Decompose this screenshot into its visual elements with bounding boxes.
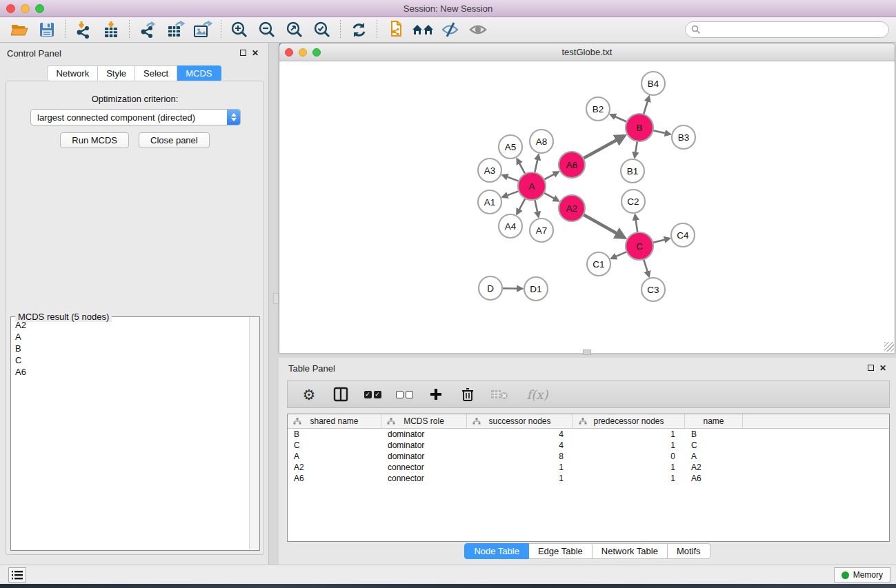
graph-edge-B-B2[interactable] <box>610 114 627 122</box>
table-row[interactable]: Bdominator41B <box>288 429 889 440</box>
graph-node-C3[interactable]: C3 <box>641 278 665 301</box>
splitter-handle[interactable] <box>273 293 279 304</box>
column-header-successor-nodes[interactable]: successor nodes <box>467 414 573 428</box>
graph-node-A4[interactable]: A4 <box>499 214 522 238</box>
float-table-panel-icon[interactable] <box>864 363 877 373</box>
graph-node-D[interactable]: D <box>479 276 502 300</box>
search-input[interactable] <box>701 23 888 37</box>
zoom-selected-button[interactable] <box>308 19 336 40</box>
tab-network-table[interactable]: Network Table <box>593 543 668 559</box>
graph-node-A8[interactable]: A8 <box>530 130 553 153</box>
graph-edge-A-A4[interactable] <box>517 199 525 214</box>
run-mcds-button[interactable]: Run MCDS <box>60 132 129 148</box>
graph-edge-A-A1[interactable] <box>503 191 519 197</box>
tab-motifs[interactable]: Motifs <box>668 543 710 559</box>
graph-edge-C-C3[interactable] <box>644 259 649 276</box>
memory-button[interactable]: Memory <box>834 567 890 582</box>
graph-edge-C-C4[interactable] <box>653 239 669 243</box>
table-row[interactable]: Adominator80A <box>288 451 889 462</box>
tab-style[interactable]: Style <box>98 65 135 81</box>
open-file-button[interactable] <box>6 19 33 40</box>
table-row[interactable]: A2connector11A2 <box>288 462 889 473</box>
export-image-button[interactable] <box>189 19 217 40</box>
tab-node-table[interactable]: Node Table <box>464 543 529 559</box>
graph-edge-B-B3[interactable] <box>653 130 670 134</box>
refresh-button[interactable] <box>345 19 372 40</box>
function-builder-button[interactable]: f(x) <box>521 384 554 405</box>
graph-node-A7[interactable]: A7 <box>530 219 553 242</box>
graph-node-B2[interactable]: B2 <box>586 97 610 121</box>
column-header-mcds-role[interactable]: MCDS role <box>381 414 467 428</box>
import-table-button[interactable] <box>97 19 125 40</box>
graph-node-A2[interactable]: A2 <box>559 195 585 221</box>
delete-table-button[interactable] <box>489 384 510 405</box>
zoom-fit-button[interactable] <box>281 19 308 40</box>
deselect-all-button[interactable] <box>394 384 415 405</box>
zoom-out-button[interactable] <box>253 19 281 40</box>
graph-node-B[interactable]: B <box>626 114 653 141</box>
graph-edge-A-A7[interactable] <box>535 200 538 217</box>
optimization-criterion-select[interactable]: largest connected component (directed) <box>30 109 241 125</box>
close-table-panel-icon[interactable]: ✕ <box>877 363 889 373</box>
tab-network[interactable]: Network <box>47 65 98 81</box>
import-network-button[interactable] <box>70 19 97 40</box>
export-network-button[interactable] <box>134 19 161 40</box>
graph-edge-A6-B[interactable] <box>584 136 625 159</box>
table-row[interactable]: Cdominator41C <box>288 440 889 451</box>
graph-edge-B-B4[interactable] <box>644 97 649 114</box>
graph-edge-A-A6[interactable] <box>544 172 559 179</box>
graph-node-B1[interactable]: B1 <box>621 159 644 183</box>
column-header-shared-name[interactable]: shared name <box>288 414 381 428</box>
network-canvas[interactable]: B4B2BB3A8A5A6B1A3AC2A1A2A4A7C4CC1C3DD1 <box>279 61 895 353</box>
graph-edge-A-A5[interactable] <box>517 159 526 174</box>
tab-mcds[interactable]: MCDS <box>177 65 221 81</box>
graph-node-A3[interactable]: A3 <box>478 159 501 182</box>
first-neighbors-button[interactable] <box>409 19 437 40</box>
new-network-from-selection-button[interactable] <box>381 19 409 40</box>
result-scrollbar[interactable] <box>249 317 259 550</box>
graph-node-B3[interactable]: B3 <box>672 125 695 149</box>
graph-edge-A-A3[interactable] <box>503 175 519 181</box>
close-panel-button[interactable]: Close panel <box>139 132 210 148</box>
mcds-result-item[interactable]: A6 <box>12 366 248 378</box>
graph-node-C4[interactable]: C4 <box>671 223 695 247</box>
graph-node-D1[interactable]: D1 <box>524 277 548 301</box>
graph-node-B4[interactable]: B4 <box>641 72 665 95</box>
graph-edge-A-A2[interactable] <box>544 193 559 201</box>
network-window-titlebar[interactable]: testGlobe.txt <box>279 43 895 61</box>
mcds-result-item[interactable]: A <box>12 331 248 343</box>
delete-column-button[interactable] <box>457 384 478 405</box>
add-column-button[interactable] <box>426 384 446 405</box>
task-history-button[interactable] <box>8 567 26 582</box>
graph-edge-A-A8[interactable] <box>535 155 539 173</box>
column-header-name[interactable]: name <box>685 414 743 428</box>
zoom-in-button[interactable] <box>226 19 253 40</box>
mcds-result-item[interactable]: C <box>12 354 248 366</box>
table-row[interactable]: A6connector11A6 <box>288 473 889 484</box>
graph-edge-B-B1[interactable] <box>635 141 637 157</box>
divider-handle[interactable] <box>583 349 591 355</box>
export-table-button[interactable] <box>161 19 189 40</box>
graph-edge-C-C2[interactable] <box>635 215 638 232</box>
graph-edge-C-C1[interactable] <box>611 252 626 258</box>
graph-edge-A2-C[interactable] <box>584 214 625 238</box>
search-field[interactable] <box>685 21 889 38</box>
show-all-button[interactable] <box>464 19 492 40</box>
graph-node-C2[interactable]: C2 <box>621 190 645 213</box>
float-panel-icon[interactable] <box>237 48 249 58</box>
column-view-button[interactable] <box>330 384 351 405</box>
graph-node-C[interactable]: C <box>626 232 653 260</box>
resize-grip-icon[interactable] <box>884 342 894 352</box>
tab-select[interactable]: Select <box>135 65 177 81</box>
graph-node-A5[interactable]: A5 <box>499 135 522 159</box>
hide-selected-button[interactable] <box>437 19 464 40</box>
mcds-result-item[interactable]: B <box>12 343 248 354</box>
column-header-predecessor-nodes[interactable]: predecessor nodes <box>573 414 685 428</box>
graph-node-A6[interactable]: A6 <box>559 152 585 178</box>
close-panel-icon[interactable]: ✕ <box>249 48 261 58</box>
graph-node-A[interactable]: A <box>518 172 546 200</box>
graph-node-A1[interactable]: A1 <box>478 190 501 214</box>
save-session-button[interactable] <box>33 19 61 40</box>
tab-edge-table[interactable]: Edge Table <box>529 543 593 559</box>
mcds-result-item[interactable]: A2 <box>12 319 248 331</box>
